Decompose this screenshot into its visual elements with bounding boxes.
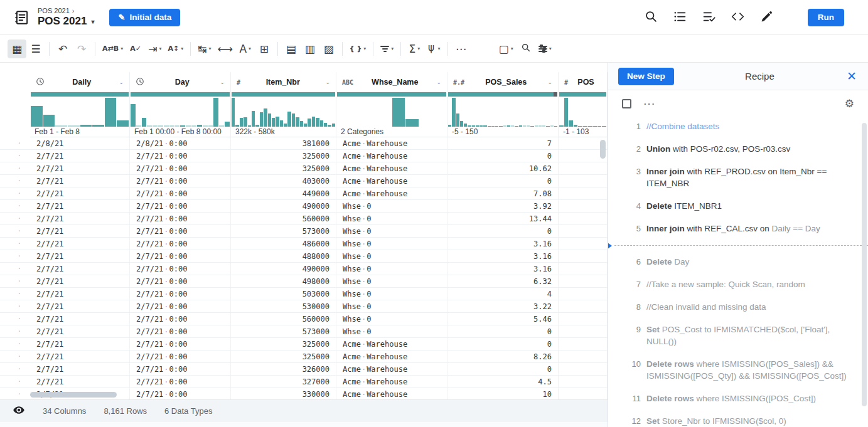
cell-daily[interactable]: 2/7/21 [30, 213, 130, 224]
cell-pos_sales[interactable]: 3.16 [447, 263, 559, 275]
unpivot-table-button[interactable]: ▨ [319, 40, 338, 58]
table-row[interactable]: ·2/7/212/7/21·0:00503000Whse·04 [0, 288, 608, 300]
histogram[interactable] [559, 98, 606, 127]
cell-item_nbr[interactable]: 488000 [231, 250, 336, 262]
recipe-step-5[interactable]: 5Inner join with REF_CAL.csv on Daily ==… [627, 223, 853, 235]
cell-pos[interactable] [559, 250, 608, 262]
cell-daily[interactable]: 2/7/21 [30, 200, 130, 212]
cell-item_nbr[interactable]: 381000 [231, 137, 336, 149]
table-row[interactable]: ·2/7/212/7/21·0:00486000Whse·03.16 [0, 238, 608, 250]
cell-item_nbr[interactable]: 560000 [231, 313, 336, 325]
cell-pos[interactable] [559, 363, 608, 375]
cell-pos_sales[interactable]: 0 [447, 325, 559, 337]
cell-whse_name[interactable]: Whse·0 [336, 200, 447, 212]
cell-day[interactable]: 2/7/21·0:00 [130, 313, 231, 325]
cell-pos[interactable] [559, 238, 608, 250]
cell-day[interactable]: 2/7/21·0:00 [130, 175, 231, 187]
recipe-step-6[interactable]: 6Delete Day [627, 256, 853, 268]
cell-pos_sales[interactable]: 0 [447, 150, 559, 162]
table-row[interactable]: ·2/7/212/7/21·0:00403000Acme·Warehouse0 [0, 175, 608, 187]
cell-item_nbr[interactable]: 503000 [231, 288, 336, 300]
cell-day[interactable]: 2/7/21·0:00 [130, 187, 231, 199]
row-view-button[interactable]: ☰ [26, 40, 45, 58]
table-row[interactable]: ·2/7/212/7/21·0:00327000Acme·Warehouse4.… [0, 376, 608, 388]
table-row[interactable]: ·2/7/212/7/21·0:00490000Whse·03.16 [0, 263, 608, 275]
cell-pos_sales[interactable]: 5.46 [447, 313, 559, 325]
cell-daily[interactable]: 2/7/21 [30, 300, 130, 312]
picker-button[interactable] [760, 10, 773, 25]
cell-item_nbr[interactable]: 326000 [231, 363, 336, 375]
cell-whse_name[interactable]: Whse·0 [336, 288, 447, 300]
cell-daily[interactable]: 2/7/21 [30, 187, 130, 199]
cell-pos[interactable] [559, 388, 608, 399]
breadcrumb[interactable]: POS 2021 › [38, 7, 94, 14]
cell-whse_name[interactable]: Acme·Warehouse [336, 175, 447, 187]
new-column-button[interactable]: ⊞ [255, 40, 274, 58]
cell-pos_sales[interactable]: 7.08 [447, 187, 559, 199]
cell-daily[interactable]: 2/7/21 [30, 325, 130, 337]
cell-item_nbr[interactable]: 490000 [231, 200, 336, 212]
recipe-step-3[interactable]: 3Inner join with REF_PROD.csv on Item_Nb… [627, 166, 853, 189]
histogram[interactable] [448, 98, 557, 127]
cell-item_nbr[interactable]: 560000 [231, 213, 336, 224]
recipe-step-1[interactable]: 1//Combine datasets [627, 120, 853, 132]
cell-daily[interactable]: 2/8/21 [30, 137, 130, 149]
format-text-button[interactable]: A▾ [236, 40, 255, 58]
cell-pos_sales[interactable]: 7 [447, 137, 559, 149]
cell-whse_name[interactable]: Whse·0 [336, 250, 447, 262]
cell-item_nbr[interactable]: 327000 [231, 376, 336, 387]
cell-pos_sales[interactable]: 3.92 [447, 200, 559, 212]
run-button[interactable]: Run [808, 9, 844, 26]
table-row[interactable]: ·2/7/212/7/21·0:00326000Acme·Warehouse0 [0, 363, 608, 376]
column-header-daily[interactable]: Daily⌄ [30, 72, 129, 92]
cell-daily[interactable]: 2/7/21 [30, 225, 130, 237]
cell-daily[interactable]: 2/7/21 [30, 263, 130, 275]
column-header-pos_sales[interactable]: #.#POS_Sales⌄ [447, 72, 558, 92]
cell-pos_sales[interactable]: 0 [447, 338, 559, 350]
table-row[interactable]: ·2/7/212/7/21·0:00490000Whse·03.92 [0, 200, 608, 213]
cell-whse_name[interactable]: Whse·0 [336, 313, 447, 325]
cell-pos[interactable] [559, 288, 608, 300]
cell-daily[interactable]: 2/7/21 [30, 376, 130, 387]
cell-pos_sales[interactable]: 0 [447, 363, 559, 375]
cell-item_nbr[interactable]: 325000 [231, 150, 336, 162]
pivot-table-button[interactable]: ▥ [301, 40, 319, 58]
view-settings-button[interactable]: ▾ [535, 40, 555, 58]
cell-pos[interactable] [559, 162, 608, 174]
cell-whse_name[interactable]: Acme·Warehouse [336, 338, 447, 350]
table-row[interactable]: ·2/7/212/7/21·0:00325000Acme·Warehouse10… [0, 162, 608, 175]
cell-day[interactable]: 2/7/21·0:00 [130, 300, 231, 312]
table-row[interactable]: ·2/8/212/8/21·0:00381000Acme·Warehouse7 [0, 137, 608, 150]
table-row[interactable]: ·2/7/212/7/21·0:00498000Whse·06.32 [0, 275, 608, 288]
new-step-button[interactable]: New Step [618, 68, 674, 85]
cell-daily[interactable]: 2/7/21 [30, 338, 130, 350]
cell-day[interactable]: 2/7/21·0:00 [130, 225, 231, 237]
cell-whse_name[interactable]: Acme·Warehouse [336, 351, 447, 362]
table-row[interactable]: ·2/7/212/7/21·0:00573000Whse·00 [0, 325, 608, 338]
table-row[interactable]: ·2/7/212/7/21·0:00560000Whse·05.46 [0, 313, 608, 325]
cell-pos_sales[interactable]: 8.26 [447, 351, 559, 362]
cell-day[interactable]: 2/7/21·0:00 [130, 275, 231, 287]
column-header-item_nbr[interactable]: #Item_Nbr⌄ [231, 72, 336, 92]
extract-column-button[interactable]: ⇥▾ [145, 40, 164, 58]
split-column-button[interactable]: ↹▾ [195, 40, 214, 58]
cell-day[interactable]: 2/7/21·0:00 [130, 288, 231, 300]
cell-whse_name[interactable]: Acme·Warehouse [336, 388, 447, 399]
cell-whse_name[interactable]: Whse·0 [336, 325, 447, 337]
recipe-step-11[interactable]: 11Delete rows where ISMISSING([POS_Cost]… [627, 393, 853, 404]
cell-whse_name[interactable]: Whse·0 [336, 275, 447, 287]
cell-daily[interactable]: 2/7/21 [30, 351, 130, 362]
cell-item_nbr[interactable]: 573000 [231, 225, 336, 237]
cell-whse_name[interactable]: Acme·Warehouse [336, 187, 447, 199]
cell-daily[interactable]: 2/7/21 [30, 175, 130, 187]
column-header-day[interactable]: Day⌄ [130, 72, 230, 92]
column-menu-caret-icon[interactable]: ⌄ [220, 79, 225, 85]
vertical-scrollbar[interactable] [600, 140, 606, 159]
column-menu-caret-icon[interactable]: ⌄ [325, 79, 330, 85]
cell-pos_sales[interactable]: 3.22 [447, 300, 559, 312]
cell-whse_name[interactable]: Acme·Warehouse [336, 363, 447, 375]
cell-daily[interactable]: 2/7/21 [30, 150, 130, 162]
cell-daily[interactable]: 2/7/21 [30, 363, 130, 375]
table-row[interactable]: ·2/7/212/7/21·0:00560000Whse·013.44 [0, 213, 608, 225]
cell-daily[interactable]: 2/7/21 [30, 288, 130, 300]
